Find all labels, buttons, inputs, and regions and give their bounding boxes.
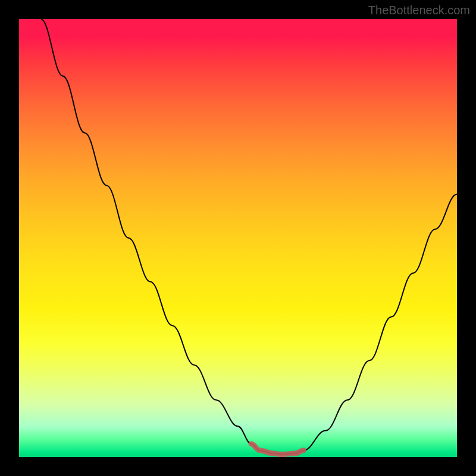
chart-plot-area: [19, 19, 457, 457]
gradient-background: [19, 19, 457, 457]
attribution-text: TheBottleneck.com: [368, 4, 470, 17]
